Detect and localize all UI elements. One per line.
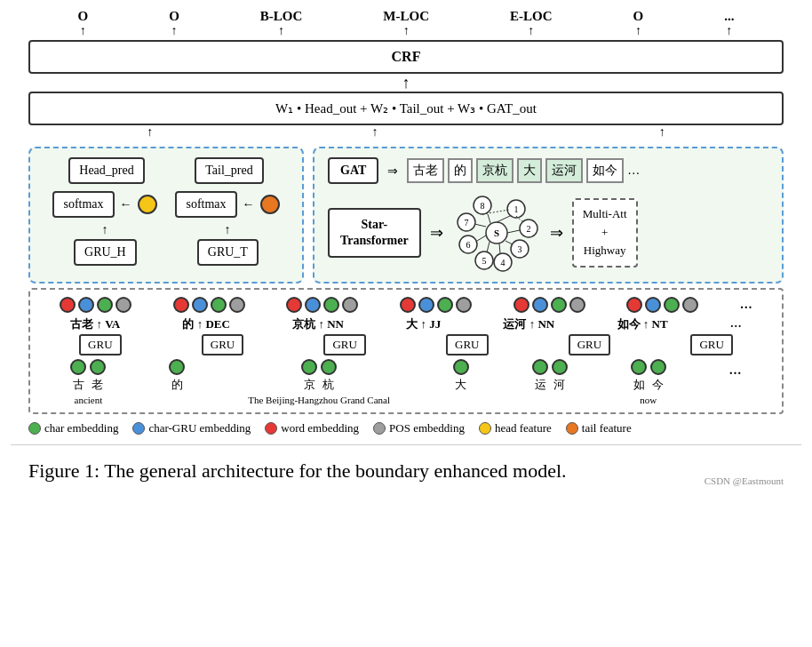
gru-ht-row: GRU_H GRU_T bbox=[44, 239, 289, 266]
top-labels-row: O O B-LOC M-LOC E-LOC O ... bbox=[11, 9, 801, 38]
char-box-rujin: 如今 bbox=[586, 158, 624, 183]
word-embed-circle-5 bbox=[513, 297, 529, 313]
arrow-crf-down: ↑ bbox=[11, 74, 801, 92]
pos-embed-circle-2 bbox=[229, 297, 245, 313]
word-dec-2: 的 ↑ DEC bbox=[182, 316, 229, 332]
diagram-container: O O B-LOC M-LOC E-LOC O ... CRF ↑ W₁ • H… bbox=[11, 9, 801, 486]
char-circles-1 bbox=[70, 359, 106, 375]
char-label-4: 大 bbox=[455, 377, 466, 393]
char-circles-3 bbox=[301, 359, 337, 375]
legend-circle-red bbox=[265, 422, 277, 435]
svg-text:2: 2 bbox=[526, 224, 530, 234]
char-embed-circle-2 bbox=[211, 297, 227, 313]
head-feature-circle bbox=[138, 195, 157, 214]
legend-label-red: word embedding bbox=[281, 421, 359, 435]
char-circle-de bbox=[169, 359, 185, 375]
pred-row: Head_pred Tail_pred bbox=[44, 157, 289, 184]
char-box-jinghang: 京杭 bbox=[476, 158, 513, 183]
char-ellipsis: … bbox=[729, 359, 742, 378]
char-circle-hang bbox=[321, 359, 337, 375]
char-embed-row: 古老 ancient 的 京杭 The Beijing-Hangzhou Gra… bbox=[39, 359, 773, 405]
char-circle-ru bbox=[631, 359, 647, 375]
svg-line-22 bbox=[487, 242, 490, 252]
char-gru-circle-6 bbox=[645, 297, 661, 313]
svg-line-24 bbox=[474, 224, 486, 227]
star-row: Star-Transformer ⇒ S 1 2 3 bbox=[328, 193, 768, 273]
softmax-left: softmax bbox=[52, 191, 114, 218]
divider bbox=[11, 444, 801, 445]
star-arrow-right: ⇒ bbox=[430, 223, 443, 243]
char-embed-circle-3 bbox=[323, 297, 339, 313]
pos-embed-circle-5 bbox=[569, 297, 585, 313]
star-transformer-box: Star-Transformer bbox=[328, 208, 421, 258]
svg-line-20 bbox=[506, 241, 513, 244]
circle-group-5 bbox=[513, 297, 585, 313]
legend-circle-gray bbox=[373, 422, 386, 435]
word-embed-circle-3 bbox=[286, 297, 302, 313]
word-embed-circle-4 bbox=[400, 297, 416, 313]
word-embed-circle-1 bbox=[60, 297, 76, 313]
svg-text:S: S bbox=[494, 228, 499, 238]
star-arrow-right2: ⇒ bbox=[550, 223, 563, 243]
english-label-1: ancient bbox=[75, 395, 103, 405]
gru-t-box: GRU_T bbox=[197, 239, 259, 266]
legend-circle-green bbox=[28, 422, 41, 435]
svg-text:4: 4 bbox=[500, 258, 505, 268]
legend-word-embed: word embedding bbox=[265, 421, 359, 435]
gat-arrow: ⇒ bbox=[387, 164, 398, 179]
svg-line-18 bbox=[497, 216, 510, 222]
circle-group-3 bbox=[286, 297, 358, 313]
english-label-6: now bbox=[640, 395, 657, 405]
char-group-3: 京杭 The Beijing-Hangzhou Grand Canal bbox=[248, 359, 390, 405]
svg-text:3: 3 bbox=[517, 244, 521, 254]
char-group-2: 的 bbox=[169, 359, 185, 393]
svg-line-23 bbox=[477, 236, 486, 241]
legend-label-green: char embedding bbox=[44, 421, 118, 435]
pos-embed-circle-4 bbox=[456, 297, 472, 313]
char-circle-jing bbox=[301, 359, 317, 375]
char-label-2: 的 bbox=[171, 377, 183, 393]
circles-ellipsis: … bbox=[740, 298, 752, 312]
formula-box: W₁ • Head_out + W₂ • Tail_out + W₃ • GAT… bbox=[28, 92, 784, 125]
char-gru-circle-5 bbox=[532, 297, 548, 313]
char-circle-he bbox=[552, 359, 568, 375]
char-circle-da bbox=[453, 359, 469, 375]
left-dashed-box: Head_pred Tail_pred softmax ← softmax ← … bbox=[28, 147, 304, 284]
english-label-3: The Beijing-Hangzhou Grand Canal bbox=[248, 395, 390, 405]
label-eloc: E-LOC bbox=[510, 9, 553, 38]
char-label-1: 古老 bbox=[73, 377, 103, 393]
legend-tail-feature: tail feature bbox=[566, 421, 632, 435]
char-box-de: 的 bbox=[448, 158, 473, 183]
svg-text:5: 5 bbox=[482, 256, 486, 266]
legend-pos-embed: POS embedding bbox=[373, 421, 465, 435]
char-circles-6 bbox=[631, 359, 666, 375]
svg-text:1: 1 bbox=[513, 204, 518, 214]
word-nn-3: 京杭 ↑ NN bbox=[292, 316, 344, 332]
char-circle-lao bbox=[90, 359, 106, 375]
gru-boxes-row: GRU GRU GRU GRU GRU GRU bbox=[39, 334, 773, 355]
char-embed-circle-4 bbox=[437, 297, 453, 313]
label-o3: O bbox=[633, 9, 644, 38]
right-dashed-box: GAT ⇒ 古老 的 京杭 大 运河 如今 … Star-Transformer… bbox=[313, 147, 784, 284]
char-gru-circle-4 bbox=[418, 297, 434, 313]
char-circles-5 bbox=[532, 359, 568, 375]
softmax-row: softmax ← softmax ← bbox=[44, 191, 289, 218]
label-o2: O bbox=[169, 9, 179, 38]
legend-label-blue: char-GRU embedding bbox=[148, 421, 251, 435]
word-embed-circle-2 bbox=[173, 297, 189, 313]
char-box-yunhe: 运河 bbox=[545, 158, 583, 183]
circle-group-6 bbox=[626, 297, 698, 313]
char-group-5: 运河 bbox=[532, 359, 568, 393]
word-va-1: 古老 ↑ VA bbox=[70, 316, 120, 332]
softmax-right: softmax bbox=[175, 191, 236, 218]
gru-box-5: GRU bbox=[569, 334, 610, 355]
char-circle-gu bbox=[70, 359, 86, 375]
legend-circle-yellow bbox=[479, 422, 491, 435]
word-jj-4: 大 ↑ JJ bbox=[406, 316, 441, 332]
tail-pred-box: Tail_pred bbox=[195, 157, 263, 184]
gru-box-6: GRU bbox=[690, 334, 732, 355]
gru-h-box: GRU_H bbox=[74, 239, 137, 266]
label-mloc: M-LOC bbox=[383, 9, 429, 38]
bottom-dashed-box: … 古老 ↑ VA 的 ↑ DEC 京杭 ↑ NN 大 ↑ JJ 运河 ↑ NN… bbox=[28, 288, 784, 414]
char-box-da: 大 bbox=[517, 158, 542, 183]
